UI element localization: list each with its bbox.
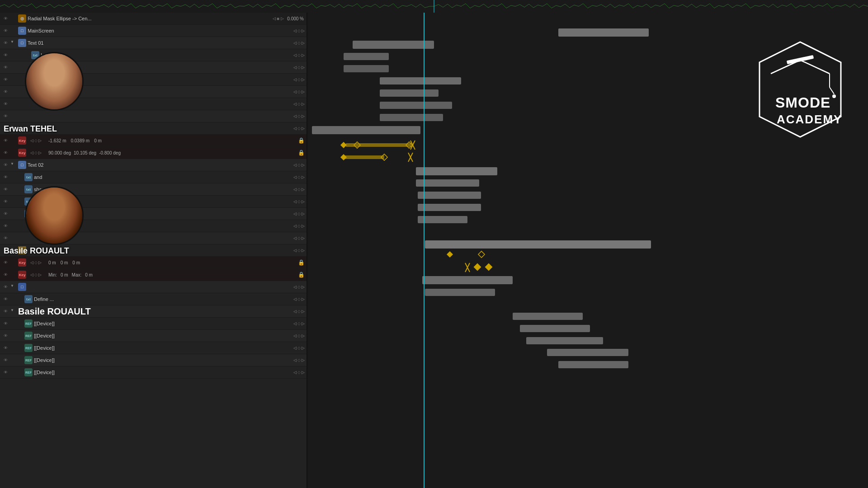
param-min-label: Min: [48,272,57,277]
timeline-panel[interactable]: SMODE ACADEMY [307,13,868,488]
visibility-toggle[interactable]: 👁 [2,332,9,339]
track-name: and [34,174,292,180]
param-max-label: Max: [72,272,82,277]
visibility-toggle[interactable]: 👁 [2,174,9,181]
visibility-toggle[interactable]: 👁 [2,15,9,22]
svg-text:SMODE: SMODE [775,94,830,111]
svg-rect-37 [418,216,467,223]
visibility-toggle[interactable]: 👁 [2,283,9,291]
expand-btn[interactable] [10,28,17,34]
avatar-person1 [25,52,84,111]
visibility-toggle[interactable]: 👁 [2,76,9,83]
track-name: [[Device]] [34,370,292,375]
track-icon-ref: REF [24,332,33,340]
svg-rect-19 [380,102,452,109]
lock-icon[interactable]: 🔒 [298,259,305,266]
diamond-left[interactable]: ◆ [276,16,281,21]
visibility-toggle[interactable]: 👁 [2,344,9,352]
svg-rect-48 [520,325,590,332]
visibility-toggle[interactable]: 👁 [2,357,9,364]
visibility-toggle[interactable]: 👁 [2,113,9,120]
svg-rect-22 [340,142,347,148]
track-name: share [34,187,292,192]
track-name: Define ... [34,296,292,302]
track-row-key: 👁 Key ◁ ◇ ▷ -1.632 m 0.0389 m 0 m 🔒 [0,135,307,147]
expand-btn[interactable]: ▼ [10,284,17,290]
svg-rect-45 [422,276,513,284]
track-icon-folder: □ [18,283,26,291]
track-icon-key: Key [18,258,26,267]
svg-rect-15 [344,53,389,60]
visibility-toggle[interactable]: 👁 [2,259,9,266]
track-row: 👁 txt Define ... ◁ ◇ ▷ [0,293,307,305]
svg-rect-50 [547,349,628,356]
nav-right[interactable]: ▷ [281,16,284,21]
lock-icon[interactable]: 🔒 [298,137,305,144]
visibility-toggle[interactable]: 👁 [2,39,9,47]
lock-icon[interactable]: 🔒 [298,272,305,278]
track-name: Introducing [41,52,292,58]
expand-btn[interactable]: ▼ [10,308,17,314]
visibility-toggle[interactable]: 👁 [2,369,9,376]
smode-academy-logo: SMODE ACADEMY [746,38,854,147]
track-name: Text 02 [28,162,292,168]
visibility-toggle[interactable]: 👁 [2,210,9,217]
track-icon-key: Key [18,149,26,157]
track-row-text01: 👁 ▼ □ Text 01 ◁ ◇ ▷ [0,37,307,49]
track-icon: ◎ [18,14,26,23]
svg-rect-46 [425,289,495,296]
svg-rect-47 [513,313,583,320]
track-name: [[Device]] [34,321,292,326]
svg-rect-36 [418,204,481,211]
param-y: 0.0389 m [71,138,90,143]
param-max: 0 m [85,272,93,277]
visibility-toggle[interactable]: 👁 [2,271,9,278]
person1-name: Erwan TEHEL [4,124,57,134]
svg-point-10 [832,94,836,98]
svg-rect-20 [380,114,443,121]
param-x2: 0 m [48,260,56,265]
track-row-basile: 👁 ▼ Basile ROUAULT ◁ ◇ ▷ [0,305,307,318]
track-row: 👁 ◎ Radial Mask Ellipse -> Cen... ◁ ◆ ▷ … [0,13,307,25]
expand-btn[interactable]: ▼ [10,40,17,46]
visibility-toggle[interactable]: 👁 [2,149,9,156]
svg-rect-14 [353,41,434,49]
visibility-toggle[interactable]: 👁 [2,137,9,144]
param-x: -1.632 m [48,138,66,143]
visibility-toggle[interactable]: 👁 [2,296,9,303]
lock-icon[interactable]: 🔒 [298,150,305,156]
visibility-toggle[interactable]: 👁 [2,161,9,169]
person2-name-track: Basile ROUAULT [18,306,292,317]
visibility-toggle[interactable]: 👁 [2,27,9,34]
track-row-key: 👁 Key ◁ ◇ ▷ 0 m 0 m 0 m 🔒 [0,257,307,269]
expand-btn[interactable]: ▼ [10,162,17,168]
track-name: [[Device]] [34,357,292,363]
visibility-toggle[interactable]: 👁 [2,88,9,95]
visibility-toggle[interactable]: 👁 [2,320,9,327]
svg-rect-17 [380,77,461,84]
svg-rect-40 [478,251,485,258]
visibility-toggle[interactable]: 👁 [2,64,9,71]
visibility-toggle[interactable]: 👁 [2,308,9,315]
visibility-toggle[interactable]: 👁 [2,222,9,230]
visibility-toggle[interactable]: 👁 [2,52,9,59]
visibility-toggle[interactable]: 👁 [2,235,9,242]
svg-rect-49 [526,337,603,344]
track-row: 👁 txt and ◁ ◇ ▷ [0,171,307,183]
param-ry: 10.105 deg [74,150,96,155]
visibility-toggle[interactable]: 👁 [2,100,9,108]
visibility-toggle[interactable]: 👁 [2,186,9,193]
track-row-ref: 👁 REF [[Device]] ◁ ◇ ▷ [0,342,307,354]
svg-rect-16 [344,65,389,72]
track-row-ref: 👁 REF [[Device]] ◁ ◇ ▷ [0,330,307,342]
track-name: [[Device]] [34,333,292,338]
track-icon-key: Key [18,136,26,145]
expand-btn[interactable] [10,15,17,22]
track-row-ref: 👁 REF [[Device]] ◁ ◇ ▷ [0,354,307,366]
track-row: 👁 ▼ □ ◁ ◇ ▷ [0,281,307,293]
track-icon-txt: txt [24,185,33,193]
visibility-toggle[interactable]: 👁 [2,198,9,205]
track-name: Text 01 [28,40,292,46]
track-icon-ref: REF [24,356,33,364]
svg-rect-33 [416,167,497,175]
